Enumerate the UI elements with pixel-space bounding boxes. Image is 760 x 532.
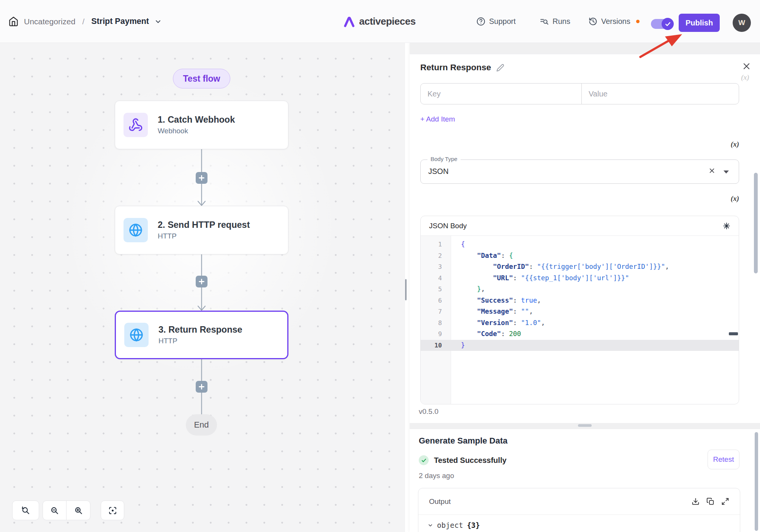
- step-title: 3. Return Response: [158, 325, 242, 335]
- test-flow-button[interactable]: Test flow: [173, 69, 230, 88]
- activepieces-logo-icon: [343, 16, 355, 28]
- zoom-out-button[interactable]: [43, 501, 66, 520]
- flow-name[interactable]: Stript Payment: [91, 17, 149, 26]
- globe-icon: [124, 218, 148, 242]
- key-input[interactable]: [421, 84, 582, 104]
- step-card-return-response[interactable]: 3. Return Response HTTP: [115, 311, 288, 359]
- code-line: 4 "URL": "{{step_1['body']['url']}}": [421, 273, 739, 284]
- fit-to-view-button[interactable]: [101, 500, 124, 520]
- home-button[interactable]: [8, 16, 19, 27]
- versions-button[interactable]: Versions: [588, 0, 640, 43]
- line-number: 6: [421, 295, 451, 306]
- step-card-catch-webhook[interactable]: 1. Catch Webhook Webhook: [115, 101, 288, 149]
- sample-scrollbar-thumb[interactable]: [755, 432, 758, 531]
- line-number: 10: [421, 340, 451, 351]
- breadcrumb-parent[interactable]: Uncategorized: [24, 17, 75, 26]
- value-input[interactable]: [582, 84, 739, 104]
- body-type-value: JSON: [428, 160, 448, 183]
- step-title: 1. Catch Webhook: [158, 115, 235, 125]
- plus-icon: [199, 279, 204, 284]
- select-caret-icon[interactable]: [724, 170, 729, 174]
- body-type-select[interactable]: Body Type JSON: [420, 159, 739, 184]
- home-icon: [8, 16, 19, 27]
- step-subtitle: HTTP: [158, 337, 242, 345]
- code-line: 3 "OrderID": "{{trigger['body']['OrderID…: [421, 261, 739, 273]
- versions-label: Versions: [601, 17, 630, 26]
- plus-icon: [199, 384, 204, 390]
- flow-menu-chevron-icon[interactable]: [154, 18, 162, 25]
- zoom-buttons-group: [43, 500, 90, 520]
- close-panel-button[interactable]: [742, 62, 751, 71]
- flow-canvas[interactable]: Test flow 1. Catch Webhook Webhook 2. Se…: [0, 43, 405, 532]
- panel-split-drag-handle[interactable]: [578, 424, 592, 427]
- flow-enabled-toggle[interactable]: [651, 19, 672, 29]
- code-line: 2 "Data": {: [421, 250, 739, 262]
- code-line: 9 "Code": 200: [421, 328, 739, 340]
- plus-icon: [199, 175, 204, 181]
- copy-output-button[interactable]: [706, 497, 714, 505]
- code-line: 8 "Version": "1.0",: [421, 317, 739, 329]
- code-line: 7 "Message": "",: [421, 306, 739, 317]
- output-title: Output: [429, 497, 451, 506]
- beautify-json-button[interactable]: [723, 222, 730, 230]
- zoom-in-button[interactable]: [66, 501, 90, 520]
- rename-step-button[interactable]: [496, 64, 504, 72]
- dynamic-value-toggle-disabled[interactable]: (x): [741, 73, 749, 82]
- navbar: Uncategorized / Stript Payment activepie…: [0, 0, 760, 43]
- panel-header: Return Response: [420, 63, 504, 73]
- runs-icon: [540, 17, 549, 26]
- success-check-icon: [419, 455, 429, 465]
- dynamic-value-toggle-body-type[interactable]: (x): [731, 140, 739, 148]
- panel-resize-handle[interactable]: [405, 279, 407, 300]
- breadcrumb: Uncategorized / Stript Payment: [8, 0, 162, 43]
- chevron-down-icon: [428, 523, 433, 528]
- step-title: 2. Send HTTP request: [158, 220, 250, 230]
- retest-button[interactable]: Retest: [708, 450, 739, 469]
- webhook-icon: [124, 113, 148, 137]
- step-subtitle: Webhook: [158, 127, 235, 135]
- runs-button[interactable]: Runs: [540, 0, 570, 43]
- support-button[interactable]: Support: [476, 0, 516, 43]
- add-step-button-2[interactable]: [196, 276, 207, 287]
- output-object-row[interactable]: object {3}: [418, 515, 740, 529]
- line-number: 1: [421, 239, 451, 250]
- clear-icon: [709, 167, 715, 174]
- add-item-button[interactable]: + Add Item: [420, 115, 455, 123]
- output-node-count: {3}: [467, 521, 480, 529]
- publish-button[interactable]: Publish: [679, 14, 720, 32]
- clear-body-type-button[interactable]: [709, 167, 715, 174]
- dynamic-value-toggle-json-body[interactable]: (x): [731, 194, 739, 203]
- help-icon: [476, 17, 486, 26]
- download-output-button[interactable]: [692, 497, 700, 505]
- test-timestamp: 2 days ago: [419, 472, 454, 480]
- unsaved-changes-dot: [636, 20, 640, 23]
- avatar[interactable]: W: [733, 14, 751, 32]
- line-number: 2: [421, 250, 451, 262]
- code-line: 5 },: [421, 284, 739, 295]
- output-header: Output: [418, 488, 740, 515]
- step-subtitle: HTTP: [158, 232, 250, 240]
- support-label: Support: [489, 17, 516, 26]
- download-icon: [692, 497, 700, 505]
- code-scrollbar-thumb[interactable]: [729, 332, 738, 335]
- fit-to-view-icon: [108, 506, 117, 515]
- expand-output-button[interactable]: [721, 497, 729, 505]
- json-body-editor: JSON Body 1{2 "Data": {3 "OrderID": "{{t…: [420, 216, 739, 404]
- panel-scrollbar-thumb[interactable]: [754, 173, 758, 273]
- code-editor[interactable]: 1{2 "Data": {3 "OrderID": "{{trigger['bo…: [421, 236, 739, 404]
- output-card: Output: [418, 488, 740, 532]
- zoom-reset-button[interactable]: [12, 500, 39, 520]
- zoom-out-icon: [50, 506, 59, 515]
- sample-data-heading: Generate Sample Data: [419, 436, 508, 446]
- panel-settings-section: Return Response (x) + Add Item (x) Body …: [410, 54, 760, 423]
- app-root: { "colors": { "accent": "#6c47e6", "vers…: [0, 0, 760, 532]
- line-number: 3: [421, 261, 451, 273]
- test-status-text: Tested Successfully: [434, 456, 507, 465]
- step-card-send-http[interactable]: 2. Send HTTP request HTTP: [115, 206, 288, 254]
- add-step-button-3[interactable]: [196, 381, 207, 393]
- line-number: 5: [421, 284, 451, 295]
- line-number: 8: [421, 317, 451, 329]
- add-step-button-1[interactable]: [196, 172, 207, 184]
- code-lines: 1{2 "Data": {3 "OrderID": "{{trigger['bo…: [421, 236, 739, 351]
- activepieces-logo-text: activepieces: [359, 16, 416, 27]
